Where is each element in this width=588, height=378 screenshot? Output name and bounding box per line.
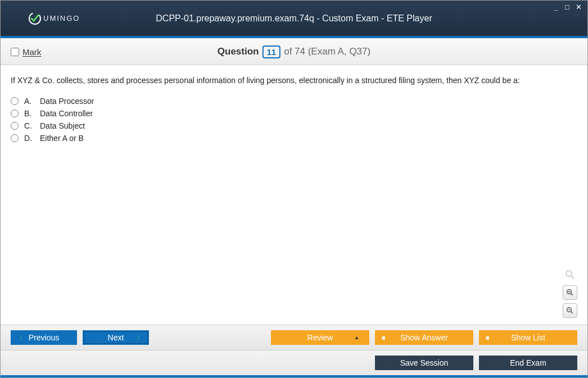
- option-c[interactable]: C. Data Subject: [11, 121, 577, 130]
- mark-checkbox[interactable]: [11, 48, 19, 56]
- option-b-radio[interactable]: [11, 110, 19, 117]
- option-c-radio[interactable]: [11, 122, 19, 130]
- review-button[interactable]: Review ▲: [271, 330, 369, 345]
- show-list-button[interactable]: ■ Show List: [479, 330, 577, 345]
- window-controls: _ □ ✕: [551, 3, 583, 11]
- show-answer-button[interactable]: ■ Show Answer: [375, 330, 473, 345]
- minimize-button[interactable]: _: [551, 3, 560, 11]
- close-button[interactable]: ✕: [574, 3, 583, 11]
- option-d[interactable]: D. Either A or B: [11, 134, 577, 143]
- window-title: DCPP-01.prepaway.premium.exam.74q - Cust…: [156, 13, 432, 24]
- action-bar: Save Session End Exam: [1, 350, 587, 375]
- logo: UMINGO: [28, 11, 80, 26]
- checkbox-icon: ■: [486, 334, 490, 341]
- question-indicator: Question 11 of 74 (Exam A, Q37): [218, 45, 370, 58]
- logo-text: UMINGO: [43, 14, 80, 22]
- footer-separator: [1, 375, 587, 377]
- checkbox-icon: ■: [382, 334, 386, 341]
- previous-label: Previous: [29, 333, 59, 342]
- mark-label: Mark: [22, 47, 41, 57]
- option-letter: A.: [24, 97, 34, 106]
- option-text: Either A or B: [40, 134, 84, 143]
- zoom-in-button[interactable]: [563, 285, 577, 300]
- mark-checkbox-wrap[interactable]: Mark: [11, 47, 41, 57]
- search-icon[interactable]: [563, 267, 577, 282]
- svg-line-4: [571, 294, 573, 295]
- option-d-radio[interactable]: [11, 134, 19, 142]
- option-a-radio[interactable]: [11, 97, 19, 105]
- zoom-controls: [563, 267, 577, 318]
- question-number: 11: [262, 45, 281, 58]
- option-letter: B.: [24, 109, 34, 118]
- review-label: Review: [307, 333, 333, 342]
- chevron-left-icon: 〈: [16, 333, 23, 343]
- save-session-button[interactable]: Save Session: [375, 356, 473, 370]
- end-exam-button[interactable]: End Exam: [479, 356, 577, 370]
- svg-line-2: [571, 276, 574, 279]
- titlebar: UMINGO DCPP-01.prepaway.premium.exam.74q…: [1, 1, 587, 36]
- option-text: Data Processor: [40, 97, 94, 106]
- previous-button[interactable]: 〈 Previous: [11, 330, 77, 345]
- options-list: A. Data Processor B. Data Controller C. …: [11, 97, 577, 143]
- question-total: of 74 (Exam A, Q37): [284, 46, 370, 57]
- next-button[interactable]: Next 〉: [83, 330, 149, 345]
- show-list-label: Show List: [511, 333, 545, 342]
- next-label: Next: [108, 333, 124, 342]
- question-label: Question: [218, 46, 259, 57]
- option-text: Data Controller: [40, 109, 93, 118]
- maximize-button[interactable]: □: [563, 3, 572, 11]
- option-text: Data Subject: [40, 121, 85, 130]
- zoom-out-button[interactable]: [563, 303, 577, 318]
- option-letter: C.: [24, 121, 34, 130]
- show-answer-label: Show Answer: [400, 333, 448, 342]
- triangle-up-icon: ▲: [354, 335, 359, 340]
- chevron-right-icon: 〉: [137, 333, 143, 343]
- nav-bar: 〈 Previous Next 〉 Review ▲ ■ Show Answer…: [1, 325, 587, 350]
- option-a[interactable]: A. Data Processor: [11, 97, 577, 106]
- option-letter: D.: [24, 134, 34, 143]
- option-b[interactable]: B. Data Controller: [11, 109, 577, 118]
- question-header: Mark Question 11 of 74 (Exam A, Q37): [1, 38, 587, 65]
- svg-line-8: [571, 312, 573, 313]
- question-text: If XYZ & Co. collects, stores and proces…: [11, 75, 577, 86]
- question-content: If XYZ & Co. collects, stores and proces…: [1, 65, 587, 325]
- logo-check-icon: [28, 11, 42, 26]
- svg-point-1: [566, 271, 572, 276]
